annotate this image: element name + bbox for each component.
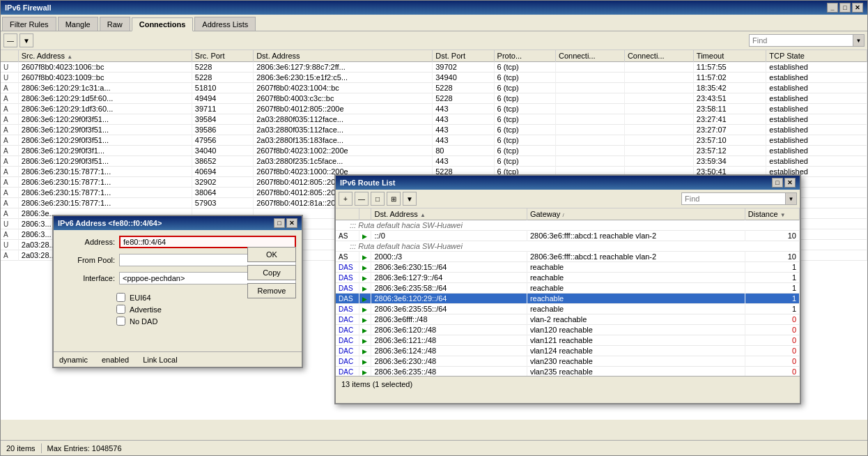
col-dst-port-header[interactable]: Dst. Port bbox=[433, 50, 494, 62]
col-src-port-header[interactable]: Src. Port bbox=[192, 50, 253, 62]
search-dropdown-button[interactable]: ▼ bbox=[853, 34, 865, 47]
table-row[interactable]: A 2806:3e6:120:29:1d5f:60... 49494 2607f… bbox=[1, 93, 867, 104]
minus-button[interactable]: — bbox=[3, 33, 17, 47]
route-add-button[interactable]: + bbox=[339, 192, 352, 206]
minimize-button[interactable]: _ bbox=[827, 3, 838, 13]
addr-maximize-button[interactable]: □ bbox=[274, 218, 285, 228]
col-dst-addr-header[interactable]: Dst. Address bbox=[254, 50, 433, 62]
copy-button[interactable]: Copy bbox=[247, 265, 296, 280]
route-table-container: Dst. Address ▲ Gateway / Distance ▼ ::: … bbox=[336, 208, 800, 376]
main-window-title: IPv6 Firewall bbox=[5, 3, 52, 12]
route-popup-title-bar: IPv6 Route List □ ✕ bbox=[336, 176, 800, 190]
col-type-header[interactable] bbox=[1, 50, 18, 62]
col-timeout-header[interactable]: Timeout bbox=[693, 50, 766, 62]
table-row[interactable]: U 2607f8b0:4023:1009::bc 5228 2806:3e6:2… bbox=[1, 73, 867, 83]
list-item[interactable]: AS ▶ ::/0 2806:3e6:fff::abcd:1 reachable… bbox=[336, 231, 800, 241]
list-item[interactable]: DAS ▶ 2806:3e6:235:55::/64 reachable 1 bbox=[336, 304, 800, 314]
list-item[interactable]: DAC ▶ 2806:3e6fff::/48 vlan-2 reachable … bbox=[336, 314, 800, 325]
list-item[interactable]: DAS ▶ 2806:3e6:120:29::/64 reachable 1 bbox=[336, 294, 800, 304]
addr-popup: IPv6 Address <fe80::f0:4/64> □ ✕ Address… bbox=[52, 215, 303, 368]
route-remove-button[interactable]: — bbox=[355, 192, 369, 206]
route-toolbar: + — □ ⊞ ▼ ▼ bbox=[336, 190, 800, 208]
route-search-dropdown[interactable]: ▼ bbox=[786, 192, 797, 205]
route-maximize-button[interactable]: □ bbox=[772, 178, 783, 188]
tab-connections[interactable]: Connections bbox=[132, 17, 194, 31]
list-item[interactable]: DAS ▶ 2806:3e6:230:15::/64 reachable 1 bbox=[336, 262, 800, 273]
list-item[interactable]: DAC ▶ 2806:3e6:235::/48 vlan235 reachabl… bbox=[336, 367, 800, 377]
list-item[interactable]: ::: Ruta default hacia SW-Huawei bbox=[336, 220, 800, 231]
tab-filter-rules[interactable]: Filter Rules bbox=[2, 17, 56, 31]
nodad-label: No DAD bbox=[130, 317, 157, 326]
frompool-label: From Pool: bbox=[59, 256, 115, 264]
eui64-checkbox[interactable] bbox=[116, 293, 125, 302]
addr-status-scope: Link Local bbox=[143, 356, 178, 364]
route-popup-title: IPv6 Route List bbox=[340, 178, 395, 187]
items-count: 20 items bbox=[6, 444, 36, 453]
filter-button[interactable]: ▼ bbox=[20, 33, 33, 47]
list-item[interactable]: DAC ▶ 2806:3e6:124::/48 vlan124 reachabl… bbox=[336, 346, 800, 356]
table-row[interactable]: A 2806:3e6:120:29f0f3f51... 47956 2a03:2… bbox=[1, 135, 867, 146]
title-bar-buttons: _ □ ✕ bbox=[827, 3, 863, 13]
route-search-box: ▼ bbox=[681, 192, 797, 205]
addr-popup-footer: dynamic enabled Link Local bbox=[54, 351, 302, 367]
tab-address-lists[interactable]: Address Lists bbox=[194, 17, 256, 31]
table-row[interactable]: A 2806:3e6:120:29f0f3f51... 39584 2a03:2… bbox=[1, 114, 867, 125]
route-status-bar: 13 items (1 selected) bbox=[336, 376, 800, 391]
search-input[interactable] bbox=[749, 34, 853, 47]
list-item[interactable]: ::: Ruta default hacia SW-Huawei bbox=[336, 241, 800, 252]
list-item[interactable]: DAC ▶ 2806:3e6:230::/48 vlan230 reachabl… bbox=[336, 356, 800, 367]
list-item[interactable]: DAC ▶ 2806:3e6:121::/48 vlan121 reachabl… bbox=[336, 335, 800, 346]
col-src-addr-header[interactable]: Src. Address ▲ bbox=[18, 50, 192, 62]
route-copy-button[interactable]: □ bbox=[371, 192, 385, 206]
tab-raw[interactable]: Raw bbox=[100, 17, 130, 31]
addr-title-buttons: □ ✕ bbox=[274, 218, 297, 228]
route-col-dst-header[interactable]: Dst. Address ▲ bbox=[371, 208, 527, 220]
table-row[interactable]: A 2806:3e6:120:29:1c31:a... 51810 2607f8… bbox=[1, 83, 867, 93]
table-row[interactable]: A 2806:3e6:120:29f0f3f1... 34040 2607f8b… bbox=[1, 146, 867, 156]
route-paste-button[interactable]: ⊞ bbox=[387, 192, 401, 206]
max-entries: Max Entries: 1048576 bbox=[47, 444, 122, 453]
table-row[interactable]: A 2806:3e6:120:29:1df3:60... 39711 2607f… bbox=[1, 104, 867, 114]
col-conn2-header[interactable]: Connecti... bbox=[624, 50, 693, 62]
table-row[interactable]: U 2607f8b0:4023:1006::bc 5228 2806:3e6:1… bbox=[1, 62, 867, 73]
list-item[interactable]: DAS ▶ 2806:3e6:127:9::/64 reachable 1 bbox=[336, 273, 800, 283]
remove-button[interactable]: Remove bbox=[247, 283, 296, 298]
route-filter-button[interactable]: ▼ bbox=[403, 192, 417, 206]
route-col-arrow-header[interactable] bbox=[359, 208, 371, 220]
route-tbody: ::: Ruta default hacia SW-Huawei AS ▶ ::… bbox=[336, 220, 800, 377]
route-title-buttons: □ ✕ bbox=[772, 178, 796, 188]
address-label: Address: bbox=[59, 238, 115, 246]
tab-bar: Filter Rules Mangle Raw Connections Addr… bbox=[1, 15, 867, 31]
main-toolbar: — ▼ ▼ bbox=[1, 31, 867, 50]
list-item[interactable]: AS ▶ 2000::/3 2806:3e6:fff::abcd:1 reach… bbox=[336, 252, 800, 262]
search-box: ▼ bbox=[749, 34, 865, 47]
route-col-gateway-header[interactable]: Gateway / bbox=[527, 208, 745, 220]
route-col-flag-header[interactable] bbox=[336, 208, 359, 220]
tab-mangle[interactable]: Mangle bbox=[58, 17, 98, 31]
main-title-bar: IPv6 Firewall _ □ ✕ bbox=[1, 1, 867, 15]
table-header-row: Src. Address ▲ Src. Port Dst. Address Ds… bbox=[1, 50, 867, 62]
route-list-popup: IPv6 Route List □ ✕ + — □ ⊞ ▼ ▼ Dst. Add… bbox=[334, 174, 801, 404]
route-col-distance-header[interactable]: Distance ▼ bbox=[745, 208, 799, 220]
addr-popup-title: IPv6 Address <fe80::f0:4/64> bbox=[58, 219, 162, 227]
list-item[interactable]: DAS ▶ 2806:3e6:235:58::/64 reachable 1 bbox=[336, 283, 800, 294]
status-bar: 20 items Max Entries: 1048576 bbox=[1, 440, 867, 455]
route-close-button[interactable]: ✕ bbox=[784, 178, 796, 188]
col-proto-header[interactable]: Proto... bbox=[494, 50, 555, 62]
addr-status-dynamic: dynamic bbox=[59, 356, 88, 364]
close-button[interactable]: ✕ bbox=[852, 3, 863, 13]
addr-close-button[interactable]: ✕ bbox=[286, 218, 297, 228]
table-row[interactable]: A 2806:3e6:120:29f0f3f51... 39586 2a03:2… bbox=[1, 125, 867, 135]
eui64-label: EUI64 bbox=[130, 294, 151, 302]
col-conn1-header[interactable]: Connecti... bbox=[555, 50, 624, 62]
col-tcpstate-header[interactable]: TCP State bbox=[766, 50, 867, 62]
route-search-input[interactable] bbox=[681, 192, 786, 205]
advertise-label: Advertise bbox=[130, 305, 162, 314]
list-item[interactable]: DAC ▶ 2806:3e6:120::/48 vlan120 reachabl… bbox=[336, 325, 800, 335]
table-row[interactable]: A 2806:3e6:120:29f0f3f51... 38652 2a03:2… bbox=[1, 156, 867, 167]
maximize-button[interactable]: □ bbox=[839, 3, 851, 13]
nodad-checkbox[interactable] bbox=[116, 317, 125, 326]
advertise-checkbox[interactable] bbox=[116, 305, 125, 314]
ok-button[interactable]: OK bbox=[247, 247, 296, 262]
interface-label: Interface: bbox=[59, 274, 115, 282]
